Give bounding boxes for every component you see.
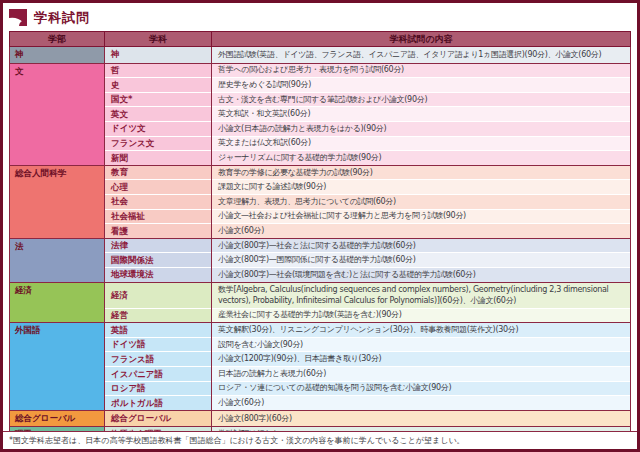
- department-cell: 史: [105, 78, 212, 93]
- col-header-faculty: 学部: [10, 32, 105, 47]
- title-bar: 学科試問: [3, 3, 637, 30]
- table-header-row: 学部 学科 学科試問の内容: [10, 32, 631, 47]
- exam-content-cell: 小論文(800字)—国際関係に関する基礎的学力試験(60分): [212, 253, 631, 268]
- footnote: *国文学科志望者は、日本の高等学校国語教科書「国語総合」における古文・漢文の内容…: [3, 431, 637, 449]
- exam-content-cell: 英文解釈(30分)、リスニングコンプリヘンション(30分)、時事教養問題(英作文…: [212, 323, 631, 338]
- faculty-cell: 経済: [10, 282, 105, 323]
- department-cell: 経営: [105, 308, 212, 323]
- exam-content-cell: 小論文(800字)(60分): [212, 410, 631, 427]
- exam-content-cell: 小論文—社会および社会福祉に関する理解力と思考力を問う試験(90分): [212, 209, 631, 224]
- department-cell: 法律: [105, 238, 212, 253]
- brand-logo-icon: [9, 9, 27, 26]
- department-cell: 英語: [105, 323, 212, 338]
- department-cell: 心理: [105, 180, 212, 195]
- exam-content-cell: 歴史学をめぐる試問(90分): [212, 78, 631, 93]
- faculty-cell: 外国語: [10, 323, 105, 411]
- department-cell: フランス文: [105, 136, 212, 151]
- exam-table: 学部 学科 学科試問の内容 神神外国語試験(英語、ドイツ語、フランス語、イスパニ…: [9, 31, 631, 452]
- department-cell: 総合グローバル: [105, 410, 212, 427]
- col-header-exam-content: 学科試問の内容: [212, 32, 631, 47]
- department-cell: 新聞: [105, 151, 212, 166]
- table-body: 神神外国語試験(英語、ドイツ語、フランス語、イスパニア語、イタリア語より1ヵ国語…: [10, 47, 631, 452]
- exam-row: 総合グローバル総合グローバル小論文(800字)(60分): [10, 410, 631, 427]
- exam-content-cell: ジャーナリズムに関する基礎的学力試験(90分): [212, 151, 631, 166]
- exam-content-cell: 小論文(800字)—社会と法に関する基礎的学力試験(60分): [212, 238, 631, 253]
- exam-row: 外国語英語英文解釈(30分)、リスニングコンプリヘンション(30分)、時事教養問…: [10, 323, 631, 338]
- exam-content-cell: 小論文(60分): [212, 396, 631, 411]
- department-cell: 社会: [105, 194, 212, 209]
- page-title: 学科試問: [34, 9, 90, 27]
- exam-content-cell: 哲学への関心および思考力・表現力を問う試問(60分): [212, 63, 631, 78]
- exam-content-cell: 小論文(日本語の読解力と表現力をはかる)(90分): [212, 121, 631, 136]
- exam-row: 文哲哲学への関心および思考力・表現力を問う試問(60分): [10, 63, 631, 78]
- department-cell: イスパニア語: [105, 367, 212, 382]
- exam-content-cell: ロシア・ソ連についての基礎的知識を問う設問を含む小論文(90分): [212, 381, 631, 396]
- exam-content-cell: 設問を含む小論文(90分): [212, 337, 631, 352]
- department-cell: 神: [105, 47, 212, 64]
- exam-content-cell: 小論文(800字)—社会(環境問題を含む)と法に関する基礎的学力試験(60分): [212, 267, 631, 282]
- department-cell: 国際関係法: [105, 253, 212, 268]
- col-header-department: 学科: [105, 32, 212, 47]
- department-cell: 経済: [105, 282, 212, 308]
- department-cell: 哲: [105, 63, 212, 78]
- faculty-cell: 神: [10, 47, 105, 64]
- exam-row: 経済経済数学[Algebra, Calculus(including seque…: [10, 282, 631, 308]
- exam-content-cell: 数学[Algebra, Calculus(including sequences…: [212, 282, 631, 308]
- department-cell: ドイツ文: [105, 121, 212, 136]
- logo-corner-shape: [19, 20, 27, 26]
- faculty-cell: 総合人間科学: [10, 165, 105, 238]
- exam-row: 神神外国語試験(英語、ドイツ語、フランス語、イスパニア語、イタリア語より1ヵ国語…: [10, 47, 631, 64]
- department-cell: 国文*: [105, 92, 212, 107]
- department-cell: ポルトガル語: [105, 396, 212, 411]
- faculty-cell: 法: [10, 238, 105, 282]
- exam-content-cell: 日本語の読解力と表現力(60分): [212, 367, 631, 382]
- exam-content-cell: 課題文に関する論述試験(90分): [212, 180, 631, 195]
- department-cell: 教育: [105, 165, 212, 180]
- department-cell: 英文: [105, 107, 212, 122]
- department-cell: 地球環境法: [105, 267, 212, 282]
- page: 学科試問 学部 学科 学科試問の内容 神神外国語試験(英語、ドイツ語、フランス語…: [0, 0, 640, 452]
- exam-content-cell: 英文または仏文和訳(60分): [212, 136, 631, 151]
- exam-content-cell: 小論文(60分): [212, 224, 631, 239]
- department-cell: 看護: [105, 224, 212, 239]
- exam-content-cell: 外国語試験(英語、ドイツ語、フランス語、イスパニア語、イタリア語より1ヵ国語選択…: [212, 47, 631, 64]
- exam-content-cell: 古文・漢文を含む専門に関する筆記試験および小論文(90分): [212, 92, 631, 107]
- department-cell: ロシア語: [105, 381, 212, 396]
- exam-content-cell: 文章理解力、表現力、思考力についての試問(60分): [212, 194, 631, 209]
- exam-row: 法法律小論文(800字)—社会と法に関する基礎的学力試験(60分): [10, 238, 631, 253]
- exam-content-cell: 産業社会に関する基礎的学力試験(英語を含む)(90分): [212, 308, 631, 323]
- department-cell: ドイツ語: [105, 337, 212, 352]
- faculty-cell: 文: [10, 63, 105, 165]
- exam-content-cell: 英文和訳・和文英訳(60分): [212, 107, 631, 122]
- faculty-cell: 総合グローバル: [10, 410, 105, 427]
- exam-row: 総合人間科学教育教育学の学修に必要な基礎学力の試験(90分): [10, 165, 631, 180]
- exam-content-cell: 小論文(1200字)(90分)、日本語書き取り(30分): [212, 352, 631, 367]
- department-cell: 社会福祉: [105, 209, 212, 224]
- exam-content-cell: 教育学の学修に必要な基礎学力の試験(90分): [212, 165, 631, 180]
- department-cell: フランス語: [105, 352, 212, 367]
